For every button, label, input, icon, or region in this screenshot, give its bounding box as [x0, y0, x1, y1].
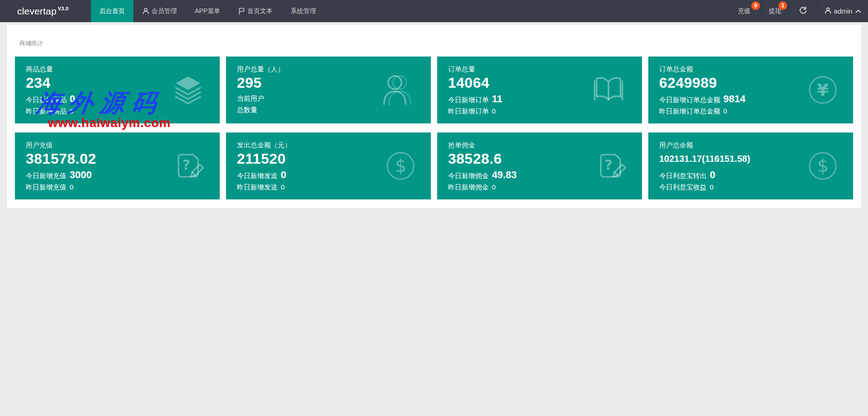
- card-yesterday-label: 总数量: [237, 106, 257, 113]
- card-yesterday-label: 昨日新增订单: [448, 108, 489, 115]
- card-label: 发出总金额（元）: [237, 142, 420, 148]
- svg-text:?: ?: [182, 157, 190, 173]
- stat-card: 用户总余额 102131.17(116151.58) 今日利息宝转出0 今日利息…: [648, 132, 853, 199]
- stat-card: 发出总金额（元） 211520 今日新增发送0 昨日新增发送0 $: [226, 132, 431, 199]
- yen-icon: ¥: [808, 75, 838, 105]
- card-today-value: 0: [281, 171, 286, 179]
- card-label: 订单总金额: [659, 66, 842, 72]
- card-today-value: 0: [710, 171, 715, 179]
- card-today-value: 49.83: [492, 171, 517, 179]
- withdraw-button[interactable]: 提现 1: [761, 0, 788, 22]
- stat-cards-grid: 商品总量 234 今日新增商品0 昨日新增商品0 用户总量（人） 295 当前用…: [15, 57, 853, 199]
- nav-item-system[interactable]: 系统管理: [282, 0, 325, 22]
- card-label: 用户充值: [26, 142, 209, 148]
- nav-item-home[interactable]: 后台首页: [91, 0, 133, 22]
- card-yesterday-value: 0: [492, 184, 495, 191]
- nav-item-app-menu[interactable]: APP菜单: [186, 0, 229, 22]
- card-today-label: 今日新增订单总金额: [659, 96, 720, 104]
- book-icon: [590, 74, 627, 106]
- card-today-value: 9814: [723, 95, 745, 103]
- card-today-value: 3000: [70, 171, 92, 179]
- card-yesterday-label: 昨日新增商品: [26, 108, 66, 115]
- app-logo: clevertapV3.0: [0, 0, 91, 22]
- svg-text:$: $: [395, 155, 406, 176]
- card-today-label: 今日新增佣金: [448, 172, 489, 180]
- card-label: 订单总量: [448, 66, 631, 72]
- recharge-button[interactable]: 充值 0: [727, 0, 761, 22]
- dollar-icon: $: [386, 151, 415, 181]
- card-label: 用户总量（人）: [237, 66, 420, 72]
- layers-icon: [172, 75, 204, 105]
- card-yesterday-value: 0: [492, 108, 495, 115]
- dollar-icon: $: [808, 151, 838, 181]
- stat-card: 订单总量 14064 今日新增订单11 昨日新增订单0: [437, 57, 642, 123]
- stat-card: 抢单佣金 38528.6 今日新增佣金49.83 昨日新增佣金0 ?: [437, 132, 642, 199]
- refresh-button[interactable]: [788, 0, 817, 22]
- card-today-label: 当前用户: [237, 95, 264, 102]
- card-today-label: 今日新增商品: [26, 96, 66, 104]
- withdraw-badge: 1: [778, 1, 787, 10]
- card-yesterday-value: 0: [70, 108, 73, 115]
- navbar-right: 充值 0 提现 1 admin: [727, 0, 868, 22]
- user-icon: [825, 7, 831, 15]
- chevron-up-icon: [855, 9, 861, 13]
- card-today-label: 今日新增订单: [448, 96, 489, 104]
- logo-version: V3.0: [58, 6, 68, 11]
- card-yesterday-label: 昨日新增发送: [237, 184, 278, 191]
- card-today-label: 今日利息宝转出: [659, 172, 707, 180]
- admin-menu[interactable]: admin: [817, 0, 868, 22]
- card-yesterday-label: 昨日新增订单总金额: [659, 108, 720, 115]
- logo-text: clevertap: [17, 6, 57, 17]
- card-label: 商品总量: [26, 66, 209, 72]
- card-yesterday-label: 昨日新增充值: [26, 184, 66, 191]
- card-yesterday-value: 0: [70, 184, 73, 191]
- card-label: 抢单佣金: [448, 142, 631, 148]
- card-yesterday-value: 0: [710, 184, 713, 191]
- stat-card: 商品总量 234 今日新增商品0 昨日新增商品0: [15, 57, 220, 123]
- doc-pencil-icon: ?: [595, 150, 627, 182]
- card-yesterday-value: 0: [723, 108, 727, 115]
- card-yesterday-value: 0: [281, 184, 284, 191]
- svg-text:$: $: [817, 155, 828, 176]
- panel-title: 商城统计: [19, 39, 853, 47]
- stat-card: 用户充值 381578.02 今日新增充值3000 昨日新增充值0 ?: [15, 132, 220, 199]
- nav-item-members[interactable]: 会员管理: [133, 0, 186, 22]
- card-today-label: 今日新增发送: [237, 172, 278, 180]
- card-yesterday-label: 今日利息宝收益: [659, 184, 707, 191]
- card-today-value: 11: [492, 95, 502, 103]
- card-yesterday-label: 昨日新增佣金: [448, 184, 489, 191]
- stat-card: 用户总量（人） 295 当前用户 总数量: [226, 57, 431, 123]
- top-navbar: clevertapV3.0 后台首页 会员管理 APP菜单 首页文本 系统管理 …: [0, 0, 868, 22]
- admin-username: admin: [834, 7, 853, 15]
- refresh-icon: [799, 6, 807, 16]
- user-icon: [142, 8, 149, 14]
- svg-text:?: ?: [604, 157, 612, 173]
- main-menu: 后台首页 会员管理 APP菜单 首页文本 系统管理: [91, 0, 325, 22]
- card-today-label: 今日新增充值: [26, 172, 66, 180]
- recharge-badge: 0: [751, 1, 760, 10]
- nav-item-home-text[interactable]: 首页文本: [229, 0, 282, 22]
- stat-card: 订单总金额 6249989 今日新增订单总金额9814 昨日新增订单总金额0 ¥: [648, 57, 853, 123]
- card-today-value: 0: [70, 95, 75, 103]
- doc-pencil-icon: ?: [173, 150, 204, 182]
- flag-icon: [238, 8, 245, 15]
- user-icon: [381, 73, 415, 107]
- card-label: 用户总余额: [659, 142, 842, 148]
- stats-panel: 商城统计 商品总量 234 今日新增商品0 昨日新增商品0 用户总量（人） 29…: [7, 25, 861, 208]
- svg-text:¥: ¥: [817, 80, 829, 100]
